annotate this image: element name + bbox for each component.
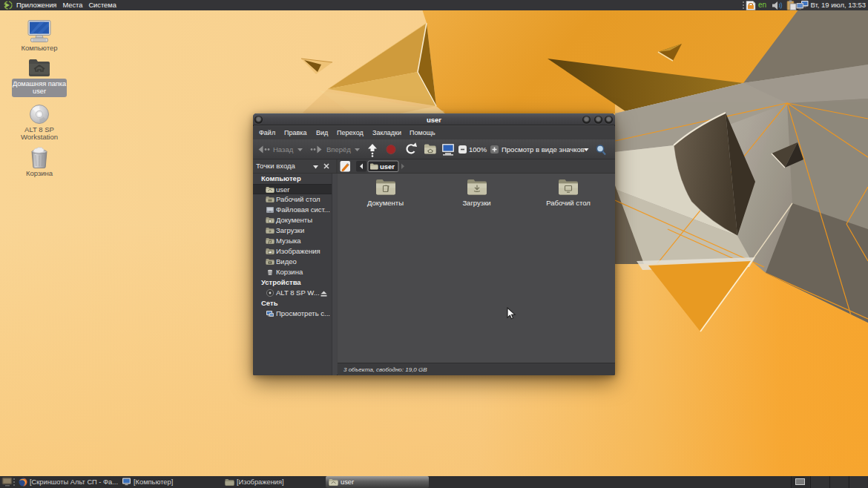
svg-text:Назад: Назад xyxy=(273,145,294,154)
svg-text:Просмотр в виде значков: Просмотр в виде значков xyxy=(502,145,585,154)
svg-text:Вперёд: Вперёд xyxy=(326,145,351,154)
svg-text:user: user xyxy=(380,162,395,171)
svg-text:100%: 100% xyxy=(469,145,487,154)
